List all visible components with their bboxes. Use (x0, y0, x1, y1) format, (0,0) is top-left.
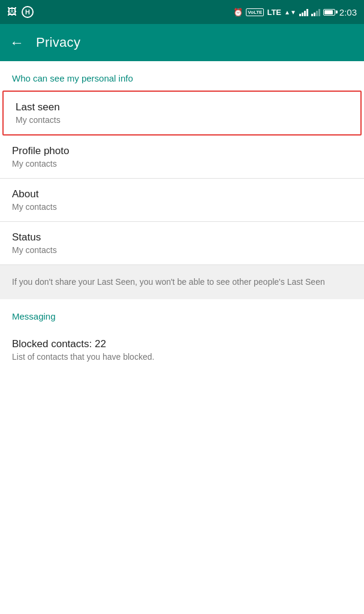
blocked-contacts-subtitle: List of contacts that you have blocked. (12, 352, 352, 362)
last-seen-item[interactable]: Last seen My contacts (2, 91, 362, 136)
profile-photo-item[interactable]: Profile photo My contacts (0, 136, 364, 179)
profile-photo-title: Profile photo (12, 145, 352, 157)
status-bar: 🖼 H ⏰ VoLTE LTE ▲▼ 2:03 (0, 0, 364, 24)
last-seen-info-box: If you don't share your Last Seen, you w… (0, 265, 364, 299)
content: Who can see my personal info Last seen M… (0, 61, 364, 371)
volte-badge: VoLTE (246, 8, 264, 16)
about-title: About (12, 188, 352, 200)
image-icon: 🖼 (7, 7, 17, 17)
alarm-icon: ⏰ (233, 8, 243, 17)
page-title: Privacy (36, 35, 80, 50)
signal-icon-2 (311, 8, 320, 16)
last-seen-subtitle: My contacts (16, 115, 348, 125)
app-icon: H (22, 6, 34, 18)
status-item[interactable]: Status My contacts (0, 222, 364, 265)
battery-icon (323, 9, 335, 16)
data-arrows-icon: ▲▼ (284, 9, 296, 16)
status-bar-right: ⏰ VoLTE LTE ▲▼ 2:03 (233, 7, 357, 17)
status-title: Status (12, 231, 352, 243)
profile-photo-subtitle: My contacts (12, 159, 352, 168)
lte-label: LTE (267, 8, 281, 17)
about-item[interactable]: About My contacts (0, 179, 364, 222)
status-bar-left: 🖼 H (7, 6, 34, 18)
blocked-contacts-title: Blocked contacts: 22 (12, 338, 352, 350)
about-subtitle: My contacts (12, 202, 352, 212)
personal-info-section-header: Who can see my personal info (0, 61, 364, 91)
back-button[interactable]: ← (10, 35, 24, 50)
time-display: 2:03 (339, 7, 357, 17)
last-seen-title: Last seen (16, 101, 348, 113)
blocked-contacts-item[interactable]: Blocked contacts: 22 List of contacts th… (0, 329, 364, 371)
app-bar: ← Privacy (0, 24, 364, 61)
last-seen-info-text: If you don't share your Last Seen, you w… (12, 276, 352, 288)
status-subtitle: My contacts (12, 245, 352, 255)
signal-icon-1 (299, 8, 308, 16)
messaging-section-header: Messaging (0, 299, 364, 329)
